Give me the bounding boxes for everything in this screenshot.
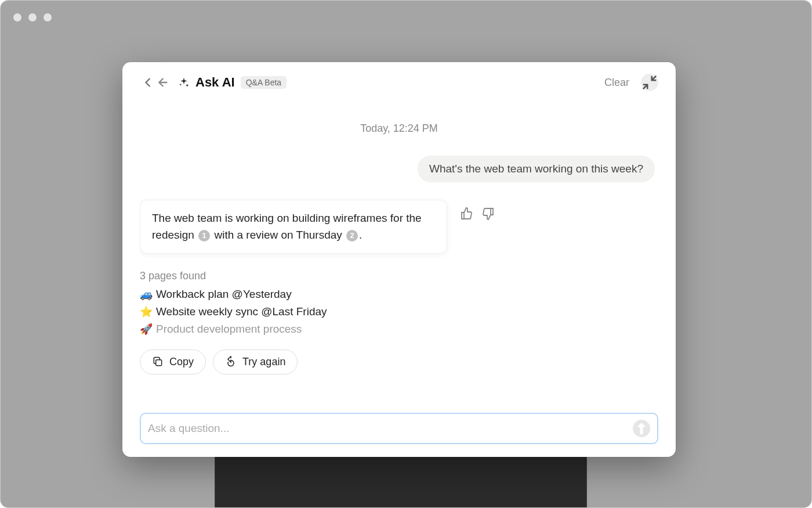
modal-title: Ask AI <box>195 75 235 90</box>
ai-response-row: The web team is working on building wire… <box>140 200 658 254</box>
traffic-light-minimize[interactable] <box>28 13 37 21</box>
ask-ai-modal: Ask AI Q&A Beta Clear Today, 12:24 PM Wh… <box>122 62 676 457</box>
thumbs-up-button[interactable] <box>460 207 474 221</box>
chat-area: What's the web team working on this week… <box>140 149 658 374</box>
sources-count-label: 3 pages found <box>140 270 658 282</box>
source-item[interactable]: 🚙 Workback plan @Yesterday <box>140 288 658 301</box>
question-input-row <box>140 413 658 444</box>
response-actions: Copy Try again <box>140 350 658 374</box>
window-controls <box>13 13 52 21</box>
arrow-left-icon <box>154 74 170 91</box>
traffic-light-close[interactable] <box>13 13 21 21</box>
send-button[interactable] <box>633 420 650 437</box>
ai-text-part-2: with a review on Thursday <box>211 229 345 241</box>
citation-2[interactable]: 2 <box>346 230 358 242</box>
try-again-button-label: Try again <box>242 356 285 368</box>
copy-button-label: Copy <box>169 356 194 368</box>
conversation-timestamp: Today, 12:24 PM <box>140 123 658 135</box>
modal-body: Today, 12:24 PM What's the web team work… <box>140 97 658 444</box>
svg-rect-8 <box>156 360 162 366</box>
user-message: What's the web team working on this week… <box>418 156 655 182</box>
try-again-button[interactable]: Try again <box>213 350 298 374</box>
question-input[interactable] <box>148 422 633 435</box>
car-emoji-icon: 🚙 <box>140 288 153 301</box>
citation-1[interactable]: 1 <box>198 230 210 242</box>
traffic-light-zoom[interactable] <box>44 13 52 21</box>
feedback-buttons <box>460 207 495 221</box>
retry-icon <box>225 356 237 368</box>
modal-header: Ask AI Q&A Beta Clear <box>140 74 658 91</box>
ai-message: The web team is working on building wire… <box>140 200 447 254</box>
collapse-button[interactable] <box>641 74 658 91</box>
rocket-emoji-icon: 🚀 <box>140 323 153 336</box>
source-item[interactable]: 🚀 Product development process <box>140 323 658 336</box>
app-frame: La Pro Bra We We Wo <box>0 0 812 508</box>
thumbs-down-button[interactable] <box>481 207 495 221</box>
copy-icon <box>152 356 164 368</box>
sources-list: 🚙 Workback plan @Yesterday ⭐ Website wee… <box>140 288 658 336</box>
sources-section: 3 pages found 🚙 Workback plan @Yesterday… <box>140 270 658 336</box>
source-item-label: Product development process <box>156 323 302 336</box>
copy-button[interactable]: Copy <box>140 350 206 374</box>
clear-button[interactable]: Clear <box>601 74 633 91</box>
star-emoji-icon: ⭐ <box>140 305 153 318</box>
ai-text-part-3: . <box>359 229 362 241</box>
source-item-label: Website weekly sync @Last Friday <box>156 305 327 318</box>
source-item[interactable]: ⭐ Website weekly sync @Last Friday <box>140 305 658 318</box>
source-item-label: Workback plan @Yesterday <box>156 288 292 301</box>
sparkle-icon <box>178 77 190 88</box>
beta-badge: Q&A Beta <box>241 76 287 89</box>
modal-title-group: Ask AI Q&A Beta <box>178 75 287 90</box>
